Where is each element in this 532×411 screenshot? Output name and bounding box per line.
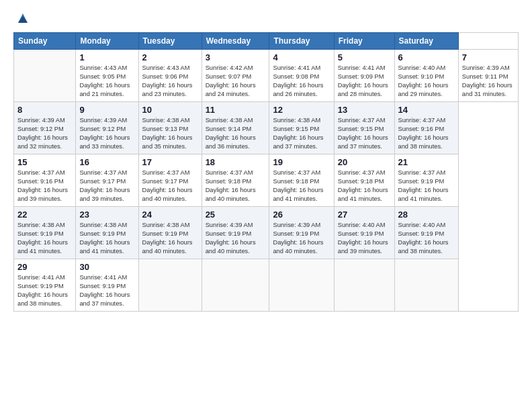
day-info: Sunrise: 4:39 AM Sunset: 9:11 PM Dayligh…	[462, 64, 515, 99]
sunset-label: Sunset: 9:09 PM	[338, 73, 384, 80]
day-number: 9	[79, 105, 134, 115]
calendar-header-saturday: Saturday	[394, 33, 458, 50]
calendar-header-thursday: Thursday	[269, 33, 334, 50]
day-number: 20	[338, 157, 391, 167]
daylight-label: Daylight: 16 hours and 41 minutes.	[79, 239, 130, 255]
sunrise-label: Sunrise: 4:39 AM	[17, 117, 65, 124]
sunset-label: Sunset: 9:19 PM	[206, 230, 252, 237]
day-info: Sunrise: 4:37 AM Sunset: 9:16 PM Dayligh…	[17, 169, 72, 203]
daylight-label: Daylight: 16 hours and 29 minutes.	[398, 82, 449, 97]
day-info: Sunrise: 4:40 AM Sunset: 9:10 PM Dayligh…	[398, 64, 455, 99]
calendar-cell: 25 Sunrise: 4:39 AM Sunset: 9:19 PM Dayl…	[202, 207, 269, 259]
sunset-label: Sunset: 9:14 PM	[206, 126, 252, 132]
daylight-label: Daylight: 16 hours and 39 minutes.	[338, 239, 388, 255]
day-number: 28	[398, 210, 455, 220]
daylight-label: Daylight: 16 hours and 40 minutes.	[206, 239, 256, 255]
sunrise-label: Sunrise: 4:43 AM	[79, 64, 127, 71]
day-number: 14	[398, 105, 455, 115]
sunrise-label: Sunrise: 4:39 AM	[273, 222, 320, 228]
sunset-label: Sunset: 9:16 PM	[17, 178, 64, 185]
sunrise-label: Sunrise: 4:38 AM	[273, 117, 320, 124]
calendar-cell	[14, 50, 76, 102]
calendar-cell: 12 Sunrise: 4:38 AM Sunset: 9:15 PM Dayl…	[269, 102, 334, 154]
sunset-label: Sunset: 9:19 PM	[398, 230, 445, 237]
calendar-cell: 20 Sunrise: 4:37 AM Sunset: 9:18 PM Dayl…	[334, 154, 394, 207]
day-number: 2	[142, 52, 198, 62]
day-info: Sunrise: 4:37 AM Sunset: 9:15 PM Dayligh…	[338, 116, 391, 151]
daylight-label: Daylight: 16 hours and 37 minutes.	[79, 291, 130, 307]
sunrise-label: Sunrise: 4:37 AM	[398, 117, 446, 124]
day-info: Sunrise: 4:41 AM Sunset: 9:09 PM Dayligh…	[338, 64, 391, 99]
daylight-label: Daylight: 16 hours and 41 minutes.	[273, 187, 323, 202]
day-info: Sunrise: 4:38 AM Sunset: 9:15 PM Dayligh…	[273, 116, 330, 151]
calendar-cell	[202, 259, 269, 312]
calendar-cell: 9 Sunrise: 4:39 AM Sunset: 9:12 PM Dayli…	[76, 102, 138, 154]
calendar-cell: 3 Sunrise: 4:42 AM Sunset: 9:07 PM Dayli…	[202, 50, 269, 102]
calendar: SundayMondayTuesdayWednesdayThursdayFrid…	[13, 32, 519, 312]
day-number: 24	[142, 210, 198, 220]
day-number: 15	[17, 157, 72, 167]
daylight-label: Daylight: 16 hours and 40 minutes.	[142, 187, 193, 202]
sunset-label: Sunset: 9:16 PM	[398, 126, 445, 132]
day-info: Sunrise: 4:38 AM Sunset: 9:14 PM Dayligh…	[206, 116, 266, 151]
day-info: Sunrise: 4:37 AM Sunset: 9:19 PM Dayligh…	[398, 169, 455, 203]
calendar-header-wednesday: Wednesday	[202, 33, 269, 50]
sunset-label: Sunset: 9:13 PM	[142, 126, 189, 132]
calendar-cell	[334, 259, 394, 312]
day-info: Sunrise: 4:38 AM Sunset: 9:13 PM Dayligh…	[142, 116, 198, 151]
sunset-label: Sunset: 9:15 PM	[273, 126, 319, 132]
day-number: 6	[398, 52, 455, 62]
calendar-week-3: 15 Sunrise: 4:37 AM Sunset: 9:16 PM Dayl…	[14, 154, 519, 207]
sunset-label: Sunset: 9:05 PM	[79, 73, 126, 80]
calendar-cell	[138, 259, 202, 312]
sunset-label: Sunset: 9:08 PM	[273, 73, 319, 80]
calendar-cell: 18 Sunrise: 4:37 AM Sunset: 9:18 PM Dayl…	[202, 154, 269, 207]
day-info: Sunrise: 4:38 AM Sunset: 9:19 PM Dayligh…	[142, 221, 198, 256]
sunset-label: Sunset: 9:19 PM	[398, 178, 445, 185]
calendar-cell: 11 Sunrise: 4:38 AM Sunset: 9:14 PM Dayl…	[202, 102, 269, 154]
day-info: Sunrise: 4:37 AM Sunset: 9:18 PM Dayligh…	[273, 169, 330, 203]
logo-icon	[15, 11, 30, 26]
day-info: Sunrise: 4:39 AM Sunset: 9:19 PM Dayligh…	[273, 221, 330, 256]
calendar-cell: 21 Sunrise: 4:37 AM Sunset: 9:19 PM Dayl…	[394, 154, 458, 207]
sunset-label: Sunset: 9:12 PM	[79, 126, 126, 132]
sunset-label: Sunset: 9:17 PM	[142, 178, 189, 185]
day-info: Sunrise: 4:41 AM Sunset: 9:19 PM Dayligh…	[79, 273, 134, 308]
sunrise-label: Sunrise: 4:39 AM	[462, 64, 510, 71]
sunrise-label: Sunrise: 4:41 AM	[273, 64, 320, 71]
calendar-cell: 17 Sunrise: 4:37 AM Sunset: 9:17 PM Dayl…	[138, 154, 202, 207]
sunrise-label: Sunrise: 4:40 AM	[398, 222, 446, 228]
svg-marker-1	[18, 16, 28, 23]
header	[13, 11, 519, 26]
daylight-label: Daylight: 16 hours and 41 minutes.	[338, 187, 388, 202]
sunrise-label: Sunrise: 4:42 AM	[206, 64, 253, 71]
sunrise-label: Sunrise: 4:41 AM	[79, 274, 127, 281]
calendar-week-2: 8 Sunrise: 4:39 AM Sunset: 9:12 PM Dayli…	[14, 102, 519, 154]
day-info: Sunrise: 4:39 AM Sunset: 9:12 PM Dayligh…	[79, 116, 134, 151]
daylight-label: Daylight: 16 hours and 26 minutes.	[273, 82, 323, 97]
calendar-header-monday: Monday	[76, 33, 138, 50]
sunset-label: Sunset: 9:10 PM	[398, 73, 445, 80]
page: SundayMondayTuesdayWednesdayThursdayFrid…	[0, 0, 532, 411]
daylight-label: Daylight: 16 hours and 38 minutes.	[17, 291, 68, 307]
day-number: 25	[206, 210, 266, 220]
day-info: Sunrise: 4:41 AM Sunset: 9:08 PM Dayligh…	[273, 64, 330, 99]
sunset-label: Sunset: 9:11 PM	[462, 73, 508, 80]
day-info: Sunrise: 4:40 AM Sunset: 9:19 PM Dayligh…	[338, 221, 391, 256]
day-number: 5	[338, 52, 391, 62]
sunset-label: Sunset: 9:18 PM	[206, 178, 252, 185]
sunrise-label: Sunrise: 4:41 AM	[338, 64, 386, 71]
day-number: 11	[206, 105, 266, 115]
day-number: 19	[273, 157, 330, 167]
sunrise-label: Sunrise: 4:39 AM	[79, 117, 127, 124]
sunrise-label: Sunrise: 4:37 AM	[17, 169, 65, 176]
calendar-cell: 2 Sunrise: 4:43 AM Sunset: 9:06 PM Dayli…	[138, 50, 202, 102]
sunrise-label: Sunrise: 4:38 AM	[79, 222, 127, 228]
calendar-cell: 27 Sunrise: 4:40 AM Sunset: 9:19 PM Dayl…	[334, 207, 394, 259]
calendar-cell: 29 Sunrise: 4:41 AM Sunset: 9:19 PM Dayl…	[14, 259, 76, 312]
calendar-cell: 10 Sunrise: 4:38 AM Sunset: 9:13 PM Dayl…	[138, 102, 202, 154]
calendar-header-friday: Friday	[334, 33, 394, 50]
calendar-week-4: 22 Sunrise: 4:38 AM Sunset: 9:19 PM Dayl…	[14, 207, 519, 259]
daylight-label: Daylight: 16 hours and 38 minutes.	[398, 134, 449, 150]
daylight-label: Daylight: 16 hours and 40 minutes.	[273, 239, 323, 255]
